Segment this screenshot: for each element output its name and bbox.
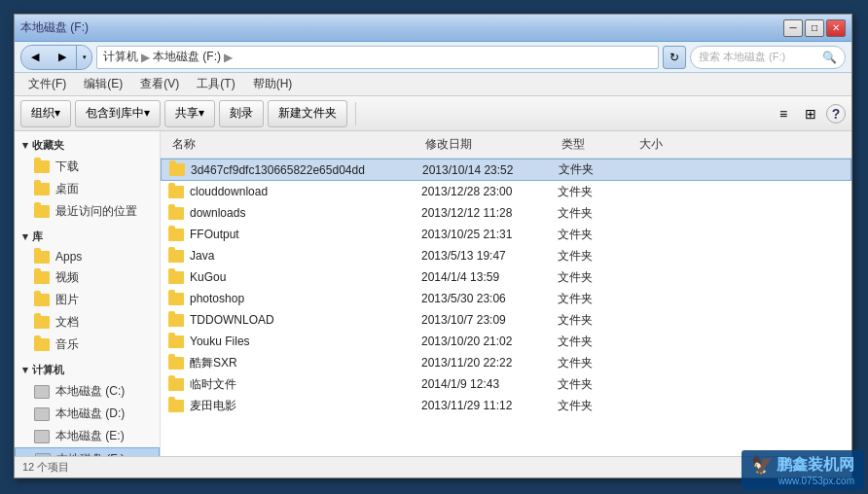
folder-icon	[34, 183, 50, 195]
file-date: 2014/1/9 12:43	[421, 377, 558, 391]
sidebar-computer: ▾ 计算机 本地磁盘 (C:) 本地磁盘 (D:) 本地磁盘 (E:)	[15, 360, 160, 456]
sidebar-item-label: 下载	[55, 159, 79, 175]
file-type: 文件夹	[559, 161, 636, 178]
col-header-size[interactable]: 大小	[635, 134, 713, 155]
col-header-date[interactable]: 修改日期	[421, 134, 558, 155]
search-icon[interactable]: 🔍	[822, 51, 837, 64]
sidebar-item-e[interactable]: 本地磁盘 (E:)	[15, 425, 160, 447]
sidebar-item-recent[interactable]: 最近访问的位置	[15, 200, 160, 223]
menu-help[interactable]: 帮助(H)	[245, 74, 301, 94]
sidebar-favorites-header[interactable]: ▾ 收藏夹	[15, 135, 160, 156]
sidebar-item-downloads[interactable]: 下载	[15, 156, 160, 178]
new-folder-button[interactable]: 新建文件夹	[268, 100, 347, 127]
menu-edit[interactable]: 编辑(E)	[76, 74, 130, 94]
sidebar-item-label: 视频	[55, 269, 79, 286]
file-name: 临时文件	[168, 376, 421, 393]
file-type: 文件夹	[558, 248, 635, 265]
file-type: 文件夹	[558, 376, 635, 393]
maximize-button[interactable]: □	[805, 19, 824, 37]
table-row[interactable]: 酷舞SXR 2013/11/20 22:22 文件夹	[161, 352, 851, 373]
sidebar-library-header[interactable]: ▾ 库	[15, 227, 160, 247]
table-row[interactable]: 3d467cf9dfc130665822e65d04dd 2013/10/14 …	[161, 159, 851, 181]
explorer-window: 本地磁盘 (F:) ─ □ ✕ ◀ ▶ ▾ 计算机 ▶ 本地磁盘 (F:) ▶ …	[14, 14, 852, 478]
file-list: 名称 修改日期 类型 大小 3d467cf9dfc130665822e65d04…	[161, 131, 851, 456]
table-row[interactable]: clouddownload 2013/12/28 23:00 文件夹	[161, 181, 851, 202]
path-sep-1: ▶	[224, 51, 233, 64]
sidebar-item-pictures[interactable]: 图片	[15, 289, 160, 311]
file-rows-container: 3d467cf9dfc130665822e65d04dd 2013/10/14 …	[161, 159, 851, 416]
folder-icon	[34, 205, 50, 218]
sidebar-computer-header[interactable]: ▾ 计算机	[15, 360, 160, 380]
folder-icon	[168, 186, 184, 198]
col-header-name[interactable]: 名称	[168, 134, 421, 155]
table-row[interactable]: Java 2013/5/13 19:47 文件夹	[161, 245, 851, 266]
file-date: 2014/1/4 13:59	[421, 270, 558, 284]
refresh-button[interactable]: ↻	[663, 46, 686, 69]
sidebar-item-label: Apps	[55, 250, 82, 264]
sidebar-item-label: 最近访问的位置	[55, 203, 137, 220]
file-name: photoshop	[168, 292, 421, 305]
menu-tools[interactable]: 工具(T)	[189, 74, 242, 94]
forward-button[interactable]: ▶	[49, 46, 76, 69]
sidebar-item-d[interactable]: 本地磁盘 (D:)	[15, 403, 160, 425]
back-button[interactable]: ◀	[21, 46, 49, 69]
folder-icon	[168, 207, 184, 220]
search-box[interactable]: 搜索 本地磁盘 (F:) 🔍	[690, 46, 846, 69]
folder-icon	[168, 357, 184, 370]
table-row[interactable]: TDDOWNLOAD 2013/10/7 23:09 文件夹	[161, 309, 851, 331]
table-row[interactable]: Youku Files 2013/10/20 21:02 文件夹	[161, 331, 851, 352]
status-text: 12 个项目	[22, 460, 69, 475]
folder-icon	[168, 229, 184, 241]
sidebar-item-f[interactable]: 本地磁盘 (F:)	[15, 447, 160, 456]
menu-view[interactable]: 查看(V)	[132, 74, 187, 94]
sidebar-item-c[interactable]: 本地磁盘 (C:)	[15, 380, 160, 403]
title-bar-buttons: ─ □ ✕	[783, 19, 846, 37]
chevron-down-icon: ▾	[22, 139, 28, 152]
table-row[interactable]: downloads 2013/12/12 11:28 文件夹	[161, 202, 851, 224]
file-date: 2013/10/7 23:09	[421, 313, 558, 327]
organize-button[interactable]: 组织▾	[20, 100, 71, 127]
col-header-type[interactable]: 类型	[558, 134, 635, 155]
sidebar-item-label: 本地磁盘 (E:)	[55, 428, 125, 444]
toolbar-separator	[355, 102, 356, 125]
share-button[interactable]: 共享▾	[164, 100, 215, 127]
sidebar-item-desktop[interactable]: 桌面	[15, 178, 160, 200]
view-details[interactable]: ⊞	[799, 102, 822, 125]
file-name: Java	[168, 249, 421, 263]
sidebar-item-label: 文档	[55, 314, 79, 331]
sidebar-item-documents[interactable]: 文档	[15, 311, 160, 334]
watermark: 🦅 鹏鑫装机网 www.0753px.com	[741, 450, 864, 490]
file-type: 文件夹	[558, 398, 635, 414]
sidebar-favorites: ▾ 收藏夹 下载 桌面 最近访问的位置	[15, 135, 160, 223]
dropdown-button[interactable]: ▾	[76, 46, 91, 69]
sidebar-favorites-label: 收藏夹	[32, 138, 64, 153]
minimize-button[interactable]: ─	[783, 19, 803, 37]
view-toggle[interactable]: ≡	[772, 102, 795, 125]
sidebar-item-apps[interactable]: Apps	[15, 247, 160, 266]
sidebar-item-videos[interactable]: 视频	[15, 266, 160, 289]
table-row[interactable]: FFOutput 2013/10/25 21:31 文件夹	[161, 224, 851, 245]
file-date: 2013/10/20 21:02	[421, 335, 558, 348]
sidebar-computer-label: 计算机	[32, 363, 64, 377]
toolbar: 组织▾ 包含到库中▾ 共享▾ 刻录 新建文件夹 ≡ ⊞ ?	[15, 96, 851, 131]
include-library-button[interactable]: 包含到库中▾	[75, 100, 161, 127]
folder-icon	[168, 335, 184, 348]
sidebar-item-music[interactable]: 音乐	[15, 334, 160, 356]
folder-icon	[34, 338, 50, 351]
address-path[interactable]: 计算机 ▶ 本地磁盘 (F:) ▶	[96, 46, 659, 69]
menu-file[interactable]: 文件(F)	[20, 74, 74, 94]
burn-button[interactable]: 刻录	[219, 100, 264, 127]
table-row[interactable]: photoshop 2013/5/30 23:06 文件夹	[161, 288, 851, 309]
file-type: 文件夹	[558, 269, 635, 286]
address-bar: ◀ ▶ ▾ 计算机 ▶ 本地磁盘 (F:) ▶ ↻ 搜索 本地磁盘 (F:) 🔍	[15, 42, 851, 73]
table-row[interactable]: 临时文件 2014/1/9 12:43 文件夹	[161, 373, 851, 395]
close-button[interactable]: ✕	[826, 19, 846, 37]
help-button[interactable]: ?	[826, 104, 846, 124]
menu-bar: 文件(F) 编辑(E) 查看(V) 工具(T) 帮助(H)	[15, 73, 851, 96]
file-name: clouddownload	[168, 185, 421, 198]
file-name: downloads	[168, 206, 421, 220]
file-name: FFOutput	[168, 228, 421, 241]
table-row[interactable]: 麦田电影 2013/11/29 11:12 文件夹	[161, 395, 851, 416]
table-row[interactable]: KuGou 2014/1/4 13:59 文件夹	[161, 266, 851, 288]
folder-icon	[168, 400, 184, 412]
